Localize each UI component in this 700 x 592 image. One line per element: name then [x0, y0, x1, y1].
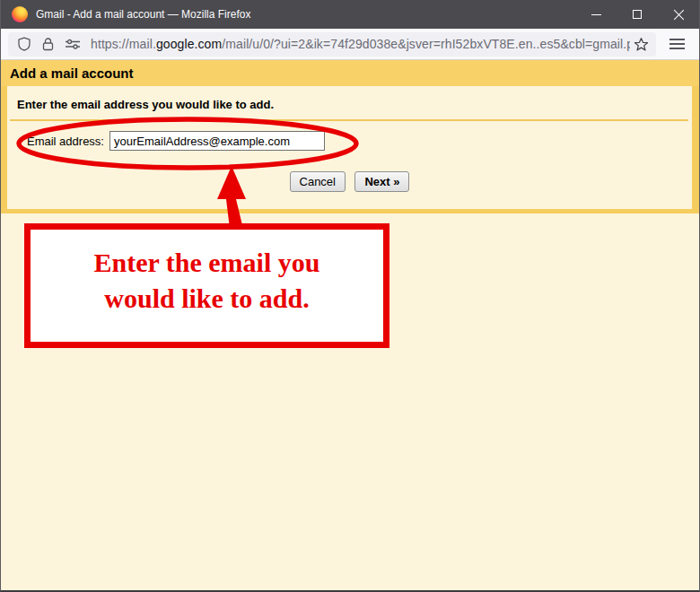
url-domain: google.com [156, 37, 222, 51]
maximize-icon [633, 10, 642, 19]
email-form-row: Email address: [27, 131, 692, 151]
firefox-window: Gmail - Add a mail account — Mozilla Fir… [0, 0, 700, 592]
url-path: /mail/u/0/?ui=2&ik=74f29d038e&jsver=rhI5… [222, 37, 630, 51]
dialog-body: Enter the email address you would like t… [1, 86, 699, 213]
minimize-icon [591, 14, 601, 15]
window-title: Gmail - Add a mail account — Mozilla Fir… [36, 8, 575, 21]
close-button[interactable] [658, 0, 699, 29]
dialog-header: Add a mail account [1, 60, 699, 86]
annotation-line1: Enter the email you [31, 245, 383, 281]
bookmark-star-icon[interactable] [634, 37, 649, 52]
url-text: https://mail.google.com/mail/u/0/?ui=2&i… [91, 37, 630, 51]
annotation-line2: would like to add. [31, 281, 383, 317]
cancel-button[interactable]: Cancel [290, 171, 346, 192]
gmail-page: Add a mail account Enter the email addre… [1, 60, 699, 589]
next-button[interactable]: Next » [354, 171, 409, 192]
email-address-label: Email address: [27, 135, 104, 148]
url-bar[interactable]: https://mail.google.com/mail/u/0/?ui=2&i… [8, 32, 656, 57]
dialog-buttons: Cancel Next » [7, 171, 692, 192]
maximize-button[interactable] [617, 0, 658, 29]
permissions-icon[interactable] [65, 38, 81, 50]
annotation-callout-box: Enter the email you would like to add. [24, 223, 389, 348]
titlebar: Gmail - Add a mail account — Mozilla Fir… [1, 0, 699, 29]
minimize-button[interactable] [575, 0, 617, 29]
navigation-toolbar: https://mail.google.com/mail/u/0/?ui=2&i… [1, 29, 699, 60]
url-prefix: https://mail. [91, 37, 156, 51]
email-address-input[interactable] [109, 131, 325, 151]
shield-icon[interactable] [17, 37, 31, 51]
lock-icon[interactable] [41, 37, 55, 51]
hamburger-menu-icon[interactable] [661, 32, 692, 57]
firefox-icon [12, 6, 28, 22]
instruction-text: Enter the email address you would like t… [7, 86, 692, 119]
close-icon [673, 9, 685, 21]
gold-separator [10, 119, 688, 121]
window-controls [575, 0, 699, 29]
